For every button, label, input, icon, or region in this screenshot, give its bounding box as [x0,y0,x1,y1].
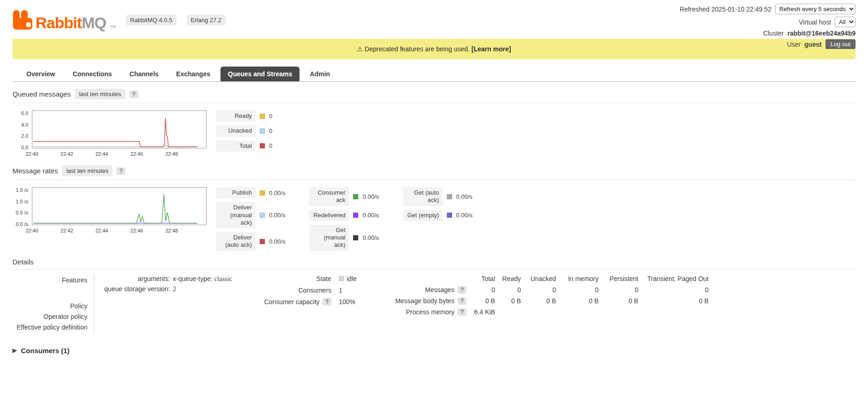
col-header-unacked: Unacked [521,275,556,282]
get-auto-swatch-icon [447,194,452,199]
table-cell: 0 B [638,297,709,305]
col-header-ready: Ready [495,275,521,282]
tab-channels[interactable]: Channels [122,67,166,81]
table-cell: 0 [638,286,709,294]
user-label: User [787,41,801,48]
chart-y-axis: 6.04.02.00.0 [12,110,29,148]
legend-item-unacked: Unacked 0 [216,125,272,136]
consumers-count: 1 [339,287,342,294]
idle-state-icon [339,276,344,281]
table-cell: 0 [556,286,599,294]
table-cell: 0 B [466,297,495,305]
tab-exchanges[interactable]: Exchanges [169,67,218,81]
queued-messages-legend: Ready 0 Unacked 0 Total 0 [216,110,272,152]
table-cell: 0 [495,286,521,294]
table-cell: 0 B [556,297,599,305]
redelivered-swatch-icon [353,213,358,218]
expand-arrow-icon: ▶ [12,347,17,354]
warning-icon: ⚠ [357,45,363,53]
help-icon[interactable]: ? [458,297,466,305]
help-icon[interactable]: ? [323,298,331,306]
main-nav-tabs: Overview Connections Channels Exchanges … [12,67,856,82]
message-rates-heading: Message rates last ten minutes ? [12,165,856,180]
table-cell: 0 B [495,297,521,305]
tab-admin[interactable]: Admin [302,67,337,81]
table-cell: 0 [521,286,556,294]
col-header-persistent: Persistent [599,275,638,282]
state-value: idle [347,275,357,282]
consumers-label: Consumers [298,287,331,294]
get-empty-swatch-icon [447,213,452,218]
message-stats-table: Total Ready Unacked In memory Persistent… [397,275,709,316]
cluster-label: Cluster [763,30,783,37]
tab-overview[interactable]: Overview [19,67,62,81]
features-values: arguments: x-queue-type: classic queue s… [94,275,253,333]
legend-item-deliver-auto: Deliver (auto ack) 0.00/s [216,232,285,251]
storage-version-label: queue storage version: [101,285,170,293]
erlang-version-badge: Erlang 27.2 [187,15,226,25]
rabbitmq-version-badge: RabbitMQ 4.0.5 [126,15,177,25]
refreshed-timestamp: Refreshed 2025-01-10 22:49:52 [680,6,771,13]
col-header-total: Total [466,275,495,282]
virtual-host-select[interactable]: All [835,17,856,27]
message-rates-chart: 1.5 /s1.0 /s0.5 /s0.0 /s 22:4022:4222:44… [12,187,207,235]
user-name: guest [804,41,821,48]
state-block: State idle Consumers 1 Consumer capacity… [253,275,397,310]
logout-button[interactable]: Log out [825,39,856,49]
operator-policy-label: Operator policy [12,312,87,322]
tab-queues-and-streams[interactable]: Queues and Streams [220,67,300,81]
col-header-in-memory: In memory [556,275,599,282]
arguments-value: x-queue-type: classic [173,275,253,283]
chart-plot-area [32,110,207,148]
consumer-ack-swatch-icon [353,194,358,199]
consumer-capacity-label: Consumer capacity [264,298,319,306]
chart-y-axis: 1.5 /s1.0 /s0.5 /s0.0 /s [12,187,29,225]
rabbitmq-logo[interactable]: RabbitMQ TM [12,9,116,31]
arguments-label: arguments: [101,275,170,283]
row-label-message-body-bytes: Message body bytes ? [397,297,466,305]
refresh-interval-select[interactable]: Refresh every 5 seconds [775,4,856,14]
cluster-name: rabbit@16eeb24a94b9 [787,30,856,37]
banner-text: Deprecated features are being used. [365,45,470,53]
table-cell: 0 B [599,297,638,305]
row-label-process-memory: Process memory ? [397,308,466,316]
deliver-auto-swatch-icon [260,239,265,244]
learn-more-link[interactable]: [Learn more] [471,45,511,53]
tab-connections[interactable]: Connections [65,67,119,81]
ready-swatch-icon [260,114,265,119]
message-rates-legend: Publish 0.00/s Deliver (manual ack) 0.00… [216,187,472,251]
consumers-toggle-label: Consumers (1) [21,347,69,355]
table-cell: 0 [466,286,495,294]
chart-range-badge[interactable]: last ten minutes [75,89,125,99]
legend-item-publish: Publish 0.00/s [216,187,285,198]
legend-item-get-empty: Get (empty) 0.00/s [403,210,472,221]
legend-item-redelivered: Redelivered 0.00/s [309,210,379,221]
table-cell: 6.4 KiB [466,308,495,316]
table-cell: 0 B [521,297,556,305]
features-label: Features [12,275,87,286]
unacked-swatch-icon [260,129,265,134]
help-icon[interactable]: ? [458,286,466,294]
help-icon[interactable]: ? [116,167,125,175]
logo-text: RabbitMQ [36,15,106,31]
chart-range-badge[interactable]: last ten minutes [62,165,112,176]
help-icon[interactable]: ? [129,91,138,98]
deliver-manual-swatch-icon [260,213,265,218]
effective-policy-label: Effective policy definition [12,322,87,333]
state-label: State [316,275,331,282]
virtual-host-label: Virtual host [799,18,831,26]
queued-messages-heading: Queued messages last ten minutes ? [12,89,856,103]
consumers-section-toggle[interactable]: ▶ Consumers (1) [12,347,856,355]
legend-item-ready: Ready 0 [216,110,272,122]
chart-x-axis: 22:4022:4222:4422:4622:48 [32,150,207,158]
message-rates-chart-block: 1.5 /s1.0 /s0.5 /s0.0 /s 22:4022:4222:44… [12,187,856,251]
chart-plot-area [32,187,207,225]
total-swatch-icon [260,143,265,148]
queued-messages-chart: 6.04.02.00.0 22:4022:4222:4422:4622:48 [12,110,207,159]
details-panel: Features Policy Operator policy Effectiv… [12,275,856,333]
features-block: Features Policy Operator policy Effectiv… [12,275,253,333]
help-icon[interactable]: ? [458,308,466,316]
consumer-capacity-value: 100% [339,298,355,306]
section-title: Details [12,258,34,266]
policy-label: Policy [12,301,87,312]
